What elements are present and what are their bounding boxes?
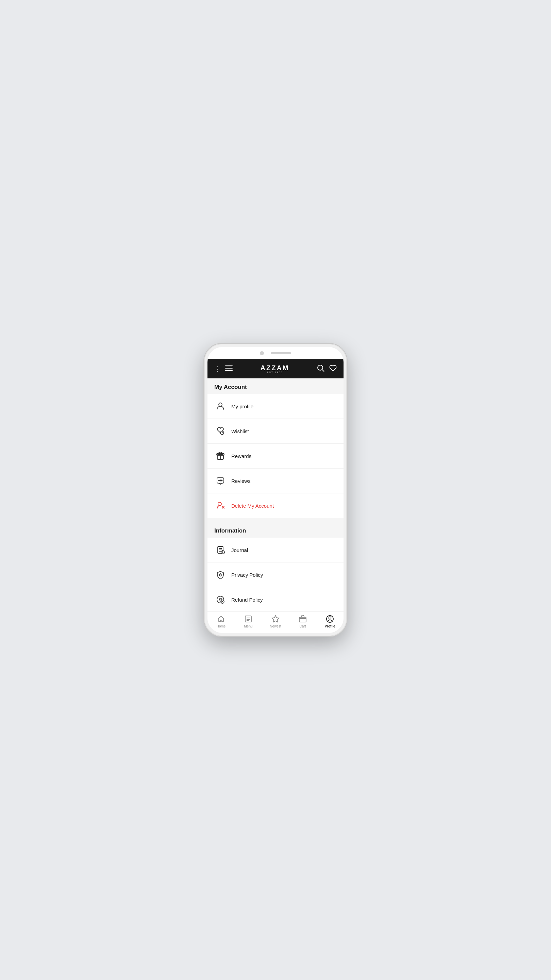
cart-icon (299, 615, 307, 623)
journal-label: Journal (231, 547, 248, 553)
notch-bar (208, 347, 343, 360)
svg-point-13 (221, 480, 222, 481)
delete-account-label: Delete My Account (231, 503, 274, 509)
phone-screen: ⋮ AZZAM EST 1900 (208, 347, 343, 633)
privacy-policy-item[interactable]: Privacy Policy (208, 563, 343, 587)
main-content: My Account My profile (208, 379, 343, 611)
refund-policy-item[interactable]: Refund Policy (208, 587, 343, 611)
svg-marker-33 (272, 616, 279, 622)
nav-newest[interactable]: Newest (265, 615, 286, 628)
search-icon[interactable] (317, 364, 324, 373)
my-profile-item[interactable]: My profile (208, 394, 343, 419)
speaker-notch (271, 352, 291, 354)
nav-cart[interactable]: Cart (292, 615, 313, 628)
refund-policy-label: Refund Policy (231, 597, 263, 603)
delete-user-icon (214, 500, 227, 512)
information-menu-group: Journal Privacy Policy (208, 538, 343, 611)
nav-menu[interactable]: Menu (238, 615, 259, 628)
account-section-header: My Account (208, 379, 343, 394)
privacy-icon (214, 569, 227, 581)
newest-nav-label: Newest (270, 624, 281, 628)
rewards-item[interactable]: Rewards (208, 444, 343, 469)
wishlist-item[interactable]: Wishlist (208, 419, 343, 444)
svg-point-11 (219, 480, 220, 481)
svg-rect-1 (225, 368, 233, 369)
delete-account-item[interactable]: Delete My Account (208, 493, 343, 518)
dots-menu-icon[interactable]: ⋮ (214, 365, 221, 372)
svg-rect-0 (225, 366, 233, 366)
svg-point-3 (318, 365, 323, 370)
profile-icon (214, 400, 227, 412)
svg-point-37 (329, 617, 331, 619)
my-profile-label: My profile (231, 404, 253, 409)
svg-rect-29 (245, 616, 251, 622)
bottom-navigation: Home Menu (208, 611, 343, 633)
information-section-title: Information (214, 527, 246, 534)
journal-icon (214, 544, 227, 556)
information-section-header: Information (208, 522, 343, 538)
svg-line-4 (322, 370, 324, 372)
menu-nav-label: Menu (244, 624, 252, 628)
privacy-policy-label: Privacy Policy (231, 572, 263, 578)
reviews-icon (214, 475, 227, 487)
svg-rect-2 (225, 370, 233, 371)
app-header: ⋮ AZZAM EST 1900 (208, 360, 343, 379)
wishlist-icon (214, 425, 227, 437)
wishlist-label: Wishlist (231, 428, 249, 434)
menu-icon (244, 615, 252, 623)
wishlist-heart-icon[interactable] (329, 364, 337, 373)
reviews-label: Reviews (231, 478, 251, 484)
nav-profile[interactable]: Profile (320, 615, 340, 628)
home-icon (217, 615, 225, 623)
home-nav-label: Home (217, 624, 226, 628)
cart-nav-label: Cart (300, 624, 306, 628)
profile-nav-label: Profile (324, 624, 335, 628)
journal-item[interactable]: Journal (208, 538, 343, 563)
svg-rect-34 (299, 617, 306, 622)
phone-device: ⋮ AZZAM EST 1900 (204, 344, 347, 636)
svg-point-24 (219, 574, 221, 576)
nav-home[interactable]: Home (211, 615, 231, 628)
svg-point-14 (218, 502, 221, 506)
rewards-label: Rewards (231, 453, 251, 459)
svg-point-23 (222, 553, 223, 553)
refund-icon (214, 593, 227, 606)
header-left: ⋮ (214, 365, 233, 372)
account-menu-group: My profile Wishlist (208, 394, 343, 518)
profile-nav-icon (326, 615, 334, 623)
svg-point-5 (219, 403, 222, 406)
reviews-item[interactable]: Reviews (208, 469, 343, 493)
rewards-icon (214, 450, 227, 462)
camera-notch (260, 351, 264, 355)
header-right (317, 364, 337, 373)
account-section-title: My Account (214, 384, 247, 390)
hamburger-icon[interactable] (225, 366, 233, 372)
brand-logo: AZZAM EST 1900 (260, 364, 289, 374)
svg-point-12 (220, 480, 221, 481)
star-icon (272, 615, 279, 623)
section-gap-1 (208, 518, 343, 522)
